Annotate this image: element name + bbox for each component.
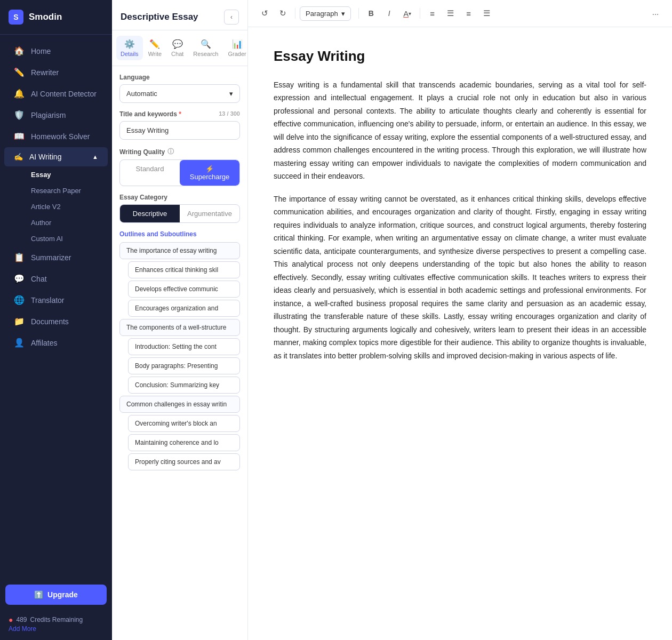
sidebar-item-plagiarism[interactable]: 🛡️ Plagiarism	[4, 105, 108, 125]
title-label: Title and keywords * 13 / 300	[119, 110, 240, 118]
chat-icon: 💬	[14, 274, 25, 284]
language-field: Language Automatic ▾	[119, 74, 240, 103]
title-input[interactable]	[119, 121, 240, 140]
more-options-button[interactable]: ···	[647, 5, 663, 21]
bold-button[interactable]: B	[363, 5, 379, 21]
outline-item[interactable]: The importance of essay writing	[119, 242, 240, 259]
outline-item[interactable]: Encourages organization and	[128, 300, 240, 317]
paragraph-label: Paragraph	[306, 10, 338, 18]
language-dropdown[interactable]: Automatic ▾	[119, 84, 240, 103]
outline-item[interactable]: Conclusion: Summarizing key	[128, 377, 240, 394]
info-icon[interactable]: ⓘ	[167, 147, 174, 156]
sidebar-item-homework-solver[interactable]: 📖 Homework Solver	[4, 126, 108, 147]
sidebar-item-label: Homework Solver	[31, 132, 90, 141]
outline-item[interactable]: Maintaining coherence and lo	[128, 434, 240, 451]
folder-icon: 📁	[14, 316, 25, 326]
sidebar-nav: 🏠 Home ✏️ Rewriter 🔔 AI Content Detector…	[0, 35, 112, 579]
credits-icon: ●	[9, 615, 13, 624]
grader-icon: 📊	[232, 39, 243, 49]
panel-tabs: ⚙️ Details ✏️ Write 💬 Chat 🔍 Research 📊 …	[112, 30, 247, 66]
upgrade-icon: ⬆️	[34, 590, 43, 599]
paragraph-2[interactable]: The importance of essay writing cannot b…	[274, 193, 646, 363]
sidebar-item-chat[interactable]: 💬 Chat	[4, 268, 108, 289]
undo-button[interactable]: ↺	[257, 5, 273, 21]
sidebar-item-home[interactable]: 🏠 Home	[4, 41, 108, 61]
sidebar-item-affiliates[interactable]: 👤 Affilates	[4, 332, 108, 353]
tab-research[interactable]: 🔍 Research	[189, 36, 222, 60]
separator	[420, 8, 420, 19]
language-value: Automatic	[126, 90, 157, 98]
tab-details[interactable]: ⚙️ Details	[116, 36, 143, 60]
writing-quality-label: Writing Quality ⓘ	[119, 147, 240, 156]
editor-area: ↺ ↻ Paragraph ▾ B I A ▾ ≡ ☰ ≡ ☰ ··· Essa…	[248, 0, 672, 640]
sidebar-item-label: Affilates	[31, 339, 58, 347]
tab-grader[interactable]: 📊 Grader	[223, 36, 248, 60]
writing-quality-field: Writing Quality ⓘ Standard ⚡ Supercharge	[119, 147, 240, 186]
sidebar-sub-article-v2[interactable]: Article V2	[4, 199, 108, 214]
chevron-down-icon: ▾	[341, 10, 345, 18]
chevron-down-icon: ▾	[229, 90, 233, 98]
quality-toggle: Standard ⚡ Supercharge	[119, 159, 240, 186]
italic-button[interactable]: I	[381, 5, 397, 21]
essay-category-label: Essay Category	[119, 194, 240, 201]
panel-body: Language Automatic ▾ Title and keywords …	[112, 66, 247, 640]
sidebar-sub-custom-ai[interactable]: Custom AI	[4, 231, 108, 246]
upgrade-button[interactable]: ⬆️ Upgrade	[5, 585, 107, 605]
details-icon: ⚙️	[124, 39, 135, 49]
chevron-up-icon: ▲	[92, 154, 98, 160]
language-label: Language	[119, 74, 240, 81]
sidebar-item-rewriter[interactable]: ✏️ Rewriter	[4, 62, 108, 83]
outline-item[interactable]: Develops effective communic	[128, 281, 240, 298]
panel-title: Descriptive Essay	[121, 12, 198, 22]
sidebar-item-ai-writing[interactable]: ✍️ AI Writing ▲	[4, 147, 108, 166]
paragraph-1[interactable]: Essay writing is a fundamental skill tha…	[274, 78, 646, 183]
redo-button[interactable]: ↻	[275, 5, 291, 21]
outline-item[interactable]: The components of a well-structure	[119, 319, 240, 336]
outlines-field: Outlines and Suboutlines The importance …	[119, 230, 240, 470]
align-right-button[interactable]: ≡	[461, 5, 477, 21]
panel-collapse-button[interactable]: ‹	[224, 10, 239, 25]
sidebar-item-translator[interactable]: 🌐 Translator	[4, 290, 108, 310]
tab-write[interactable]: ✏️ Write	[144, 36, 166, 60]
outline-item[interactable]: Overcoming writer's block an	[128, 415, 240, 432]
category-toggle: Descriptive Argumentative	[119, 204, 240, 223]
char-count: 13 / 300	[219, 110, 240, 117]
tab-chat[interactable]: 💬 Chat	[167, 36, 188, 60]
text-color-icon: A	[403, 9, 409, 18]
sidebar-sub-research-paper[interactable]: Research Paper	[4, 183, 108, 198]
sidebar-sub-author[interactable]: Author	[4, 215, 108, 230]
text-color-button[interactable]: A ▾	[399, 5, 415, 21]
category-descriptive[interactable]: Descriptive	[120, 205, 180, 222]
paragraph-dropdown[interactable]: Paragraph ▾	[300, 6, 351, 21]
writing-icon: ✍️	[14, 153, 23, 161]
quality-standard[interactable]: Standard	[120, 160, 180, 186]
outline-item[interactable]: Common challenges in essay writin	[119, 396, 240, 413]
sidebar-item-ai-content-detector[interactable]: 🔔 AI Content Detector	[4, 83, 108, 104]
align-justify-button[interactable]: ☰	[479, 5, 495, 21]
quality-supercharge[interactable]: ⚡ Supercharge	[180, 160, 239, 186]
panel-header: Descriptive Essay ‹	[112, 0, 247, 30]
category-argumentative[interactable]: Argumentative	[180, 205, 239, 222]
sidebar-sub-essay[interactable]: Essay	[4, 167, 108, 182]
shield-icon: 🛡️	[14, 110, 25, 120]
editor-toolbar: ↺ ↻ Paragraph ▾ B I A ▾ ≡ ☰ ≡ ☰ ···	[248, 0, 672, 27]
add-more-link[interactable]: Add More	[9, 625, 103, 633]
align-center-button[interactable]: ☰	[443, 5, 459, 21]
title-field: Title and keywords * 13 / 300	[119, 110, 240, 140]
sidebar-item-documents[interactable]: 📁 Documents	[4, 311, 108, 332]
sidebar-item-summarizer[interactable]: 📋 Summarizer	[4, 247, 108, 268]
credits-count: 489	[16, 616, 27, 623]
separator	[358, 8, 359, 19]
sidebar-item-label: Home	[31, 47, 51, 55]
align-left-button[interactable]: ≡	[425, 5, 441, 21]
outline-item[interactable]: Body paragraphs: Presenting	[128, 357, 240, 374]
outline-item[interactable]: Enhances critical thinking skil	[128, 261, 240, 278]
outlines-label: Outlines and Suboutlines	[119, 230, 240, 238]
home-icon: 🏠	[14, 46, 25, 56]
logo-text: Smodin	[29, 12, 62, 22]
editor-content[interactable]: Essay Writing Essay writing is a fundame…	[248, 27, 672, 640]
outline-item[interactable]: Properly citing sources and av	[128, 453, 240, 470]
research-icon: 🔍	[201, 39, 211, 49]
outline-item[interactable]: Introduction: Setting the cont	[128, 338, 240, 355]
essay-title: Essay Writing	[274, 44, 646, 69]
